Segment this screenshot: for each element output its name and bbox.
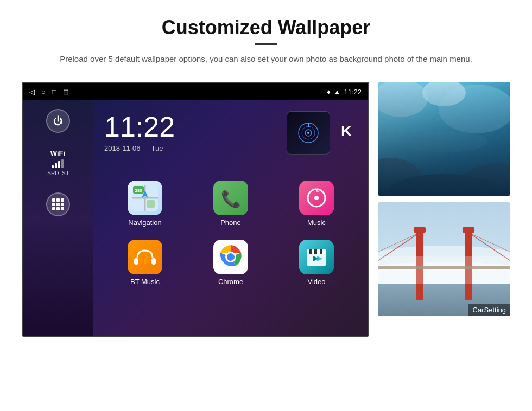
home-icon[interactable]: ○ bbox=[41, 88, 46, 96]
btmusic-label: BT Music bbox=[130, 278, 160, 286]
phone-icon: 📞 bbox=[213, 181, 248, 215]
svg-rect-10 bbox=[147, 200, 155, 208]
video-icon bbox=[299, 240, 334, 274]
bridge-image bbox=[378, 202, 510, 316]
svg-point-18 bbox=[314, 196, 319, 200]
svg-rect-49 bbox=[463, 227, 474, 233]
phone-label: Phone bbox=[220, 219, 241, 227]
status-nav-icons: ◁ ○ □ ⊡ bbox=[29, 88, 69, 96]
wifi-signal bbox=[47, 159, 68, 168]
wifi-ssid: SRD_SJ bbox=[47, 170, 68, 176]
android-screen: ◁ ○ □ ⊡ ♦ ▲ 11:22 ⏻ WiFi bbox=[22, 82, 369, 337]
app-item-phone[interactable]: 📞 Phone bbox=[188, 174, 274, 233]
left-sidebar: ⏻ WiFi SRD_SJ bbox=[23, 100, 93, 336]
title-divider bbox=[255, 43, 277, 45]
svg-text:📞: 📞 bbox=[221, 189, 242, 209]
music-label: Music bbox=[307, 219, 326, 227]
svg-text:280: 280 bbox=[135, 188, 142, 193]
back-icon[interactable]: ◁ bbox=[29, 88, 35, 96]
svg-rect-55 bbox=[378, 256, 510, 284]
clock-time: 11:22 bbox=[104, 113, 276, 141]
clock-day: Tue bbox=[151, 144, 163, 152]
main-panel: 11:22 2018-11-06 Tue bbox=[93, 100, 368, 336]
status-time: 11:22 bbox=[344, 88, 362, 96]
wifi-widget: WiFi SRD_SJ bbox=[47, 149, 68, 176]
svg-rect-20 bbox=[134, 258, 138, 265]
svg-rect-30 bbox=[320, 249, 322, 254]
chrome-label: Chrome bbox=[218, 278, 243, 286]
radio-widget[interactable] bbox=[287, 111, 330, 155]
clock-date: 2018-11-06 Tue bbox=[104, 144, 276, 152]
music-icon bbox=[299, 181, 334, 215]
svg-rect-41 bbox=[378, 82, 510, 196]
wifi-label: WiFi bbox=[47, 149, 68, 157]
wallpaper-bridge-label: CarSetting bbox=[468, 304, 510, 316]
video-label: Video bbox=[307, 278, 325, 286]
wifi-bar-2 bbox=[55, 163, 57, 168]
clock-area: 11:22 2018-11-06 Tue bbox=[93, 100, 368, 165]
grid-icon bbox=[52, 198, 64, 210]
app-drawer-button[interactable] bbox=[46, 192, 70, 216]
page-header: Customized Wallpaper Preload over 5 defa… bbox=[0, 0, 532, 76]
app-item-video[interactable]: Video bbox=[274, 233, 359, 292]
wifi-bar-1 bbox=[52, 165, 54, 168]
svg-point-3 bbox=[307, 132, 309, 134]
navigation-label: Navigation bbox=[128, 219, 161, 227]
clock-date-value: 2018-11-06 bbox=[104, 144, 141, 152]
svg-rect-29 bbox=[314, 249, 317, 254]
location-icon: ♦ bbox=[327, 88, 331, 96]
btmusic-icon bbox=[128, 240, 162, 274]
svg-point-24 bbox=[227, 253, 235, 261]
app-item-music[interactable]: Music bbox=[274, 174, 359, 233]
wallpaper-bridge[interactable]: CarSetting bbox=[378, 202, 510, 316]
wallpaper-ice-cave[interactable] bbox=[378, 82, 510, 196]
radio-icon bbox=[297, 122, 319, 144]
main-content: ◁ ○ □ ⊡ ♦ ▲ 11:22 ⏻ WiFi bbox=[0, 82, 532, 337]
page-title: Customized Wallpaper bbox=[43, 16, 489, 39]
music-icon-svg bbox=[299, 181, 334, 215]
wifi-icon: ▲ bbox=[334, 88, 341, 96]
chrome-icon bbox=[213, 240, 248, 274]
status-system-icons: ♦ ▲ 11:22 bbox=[327, 88, 362, 96]
power-button[interactable]: ⏻ bbox=[46, 109, 70, 133]
svg-text:K: K bbox=[341, 123, 352, 139]
status-bar: ◁ ○ □ ⊡ ♦ ▲ 11:22 bbox=[23, 83, 368, 100]
navigation-icon: 280 bbox=[128, 181, 162, 215]
wifi-bar-4 bbox=[61, 159, 64, 168]
app-item-chrome[interactable]: Chrome bbox=[188, 233, 274, 292]
svg-rect-48 bbox=[414, 227, 426, 233]
svg-rect-28 bbox=[309, 249, 312, 254]
clock-section: 11:22 2018-11-06 Tue bbox=[104, 113, 276, 152]
phone-icon-svg: 📞 bbox=[213, 181, 248, 215]
app-grid: 280 Navigation bbox=[93, 165, 368, 336]
navigation-icon-svg: 280 bbox=[128, 181, 162, 215]
ki-icon: K bbox=[341, 120, 357, 142]
ki-widget[interactable]: K bbox=[341, 120, 357, 145]
screenshot-icon[interactable]: ⊡ bbox=[63, 88, 69, 96]
chrome-icon-svg bbox=[218, 244, 244, 270]
app-area: ⏻ WiFi SRD_SJ bbox=[23, 100, 368, 336]
app-item-btmusic[interactable]: BT Music bbox=[102, 233, 188, 292]
video-icon-svg bbox=[299, 240, 334, 274]
recent-icon[interactable]: □ bbox=[52, 88, 56, 96]
svg-rect-21 bbox=[151, 258, 156, 265]
wallpaper-panel: CarSetting bbox=[378, 82, 510, 337]
ice-cave-image bbox=[378, 82, 510, 196]
wifi-bar-3 bbox=[58, 161, 60, 168]
app-item-navigation[interactable]: 280 Navigation bbox=[102, 174, 188, 233]
btmusic-icon-svg bbox=[128, 240, 162, 274]
page-description: Preload over 5 default wallpaper options… bbox=[43, 53, 489, 66]
